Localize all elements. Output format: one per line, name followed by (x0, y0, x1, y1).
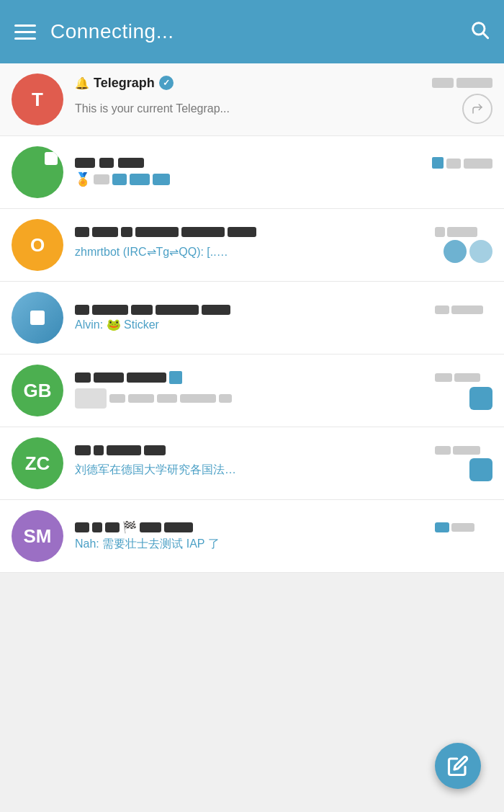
verified-badge: ✓ (159, 76, 174, 90)
avatar: SM (12, 510, 63, 562)
chat-header (75, 305, 492, 315)
avatar-letter: O (30, 234, 45, 256)
chat-header: 🔔 Telegraph ✓ (75, 76, 492, 91)
chat-preview: Nah: 需要壮士去测试 IAP 了 (75, 537, 492, 552)
topbar-left: Connecting... (14, 20, 174, 43)
list-item[interactable]: Alvin: 🐸 Sticker (0, 282, 504, 354)
avatar (12, 292, 63, 344)
chat-header (75, 227, 492, 237)
chat-preview: 刘德军在德国大学研究各国法… (75, 463, 236, 478)
svg-line-1 (483, 33, 487, 37)
name-row: 🔔 Telegraph ✓ (75, 76, 432, 91)
chat-preview: zhmrtbot (IRC⇌Tg⇌QQ): [..… (75, 240, 492, 263)
topbar: Connecting... (0, 0, 504, 63)
chat-content (75, 371, 492, 410)
chat-header (75, 445, 492, 455)
chat-content: 🔔 Telegraph ✓ This is your current Teleg… (75, 76, 492, 124)
chat-preview: Alvin: 🐸 Sticker (75, 318, 492, 331)
chat-content: 🏁 Nah: 需要壮士去测试 IAP 了 (75, 520, 492, 552)
chat-header: 🏁 (75, 520, 492, 534)
chat-content: 刘德军在德国大学研究各国法… (75, 445, 492, 481)
avatar: O (12, 219, 63, 271)
list-item[interactable]: 🏅 (0, 136, 504, 209)
avatar (12, 146, 63, 198)
avatar-letter: T (32, 89, 43, 111)
list-item[interactable]: T 🔔 Telegraph ✓ (0, 63, 504, 136)
topbar-title: Connecting... (50, 20, 174, 43)
avatar: GB (12, 365, 63, 416)
list-item[interactable]: O zhmrtbot (IRC⇌Tg⇌QQ): [..… (0, 209, 504, 282)
chat-header (75, 157, 492, 169)
chat-name: Telegraph ✓ (94, 76, 174, 91)
chat-content: 🏅 (75, 157, 492, 187)
avatar: ZC (12, 437, 63, 489)
mute-icon: 🔔 (75, 76, 89, 90)
list-item[interactable]: SM 🏁 Nah: 需要壮士去测试 IAP 了 (0, 500, 504, 573)
chat-preview: This is your current Telegrap... (75, 102, 230, 115)
share-button[interactable] (462, 94, 492, 124)
avatar-letter: ZC (25, 452, 50, 475)
compose-fab[interactable] (435, 743, 481, 789)
chat-preview: 🏅 (75, 171, 492, 187)
time-col (432, 78, 492, 88)
chat-list: T 🔔 Telegraph ✓ (0, 63, 504, 573)
chat-content: zhmrtbot (IRC⇌Tg⇌QQ): [..… (75, 227, 492, 263)
list-item[interactable]: ZC 刘德军在德国大学研究各国法… (0, 427, 504, 500)
avatar-letter: SM (24, 525, 52, 548)
list-item[interactable]: GB (0, 354, 504, 427)
search-icon[interactable] (469, 19, 490, 45)
avatar: T (12, 73, 63, 125)
chat-content: Alvin: 🐸 Sticker (75, 305, 492, 331)
avatar-letter: GB (24, 380, 52, 402)
hamburger-icon[interactable] (14, 24, 36, 40)
chat-header (75, 371, 492, 384)
